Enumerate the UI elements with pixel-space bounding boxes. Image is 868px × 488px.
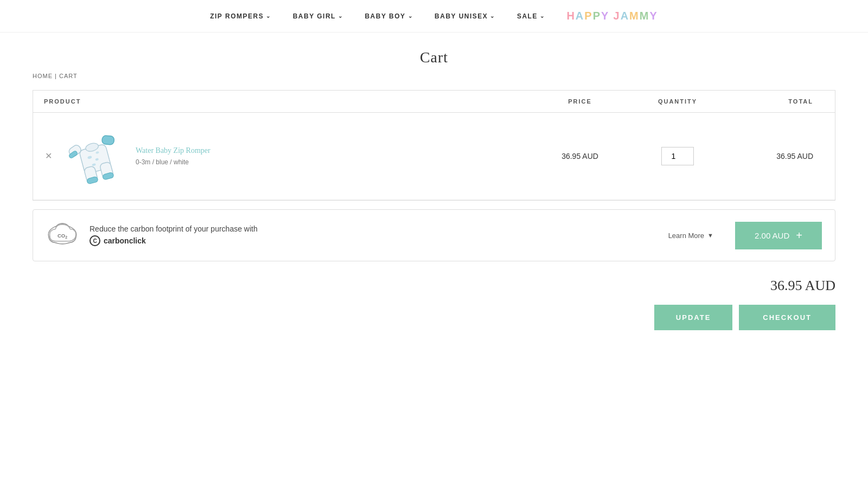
product-image xyxy=(62,124,127,189)
nav-baby-unisex[interactable]: BABY UNISEX ⌄ xyxy=(435,12,495,20)
carbonclick-brand: carbonclick xyxy=(104,236,146,245)
col-header-product: PRODUCT xyxy=(44,98,531,105)
quantity-input[interactable] xyxy=(661,147,694,165)
nav-baby-girl[interactable]: BABY GIRL ⌄ xyxy=(293,12,343,20)
chevron-down-icon: ▼ xyxy=(707,232,713,239)
breadcrumb-current: CART xyxy=(59,73,78,79)
col-header-quantity: QUANTITY xyxy=(629,98,726,105)
checkout-button[interactable]: CHECKOUT xyxy=(739,305,835,330)
product-variant: 0-3m / blue / white xyxy=(136,158,210,166)
action-buttons: UPDATE CHECKOUT xyxy=(654,305,835,330)
chevron-down-icon: ⌄ xyxy=(266,13,271,19)
co2-icon: CO2 xyxy=(46,221,79,250)
breadcrumb-home[interactable]: HOME xyxy=(33,73,53,79)
cart-table: PRODUCT PRICE QUANTITY TOTAL ✕ xyxy=(33,90,835,201)
col-header-price: PRICE xyxy=(531,98,629,105)
cc-circle-icon: C xyxy=(90,235,100,246)
chevron-down-icon: ⌄ xyxy=(338,13,343,19)
page-title: Cart xyxy=(0,49,868,66)
main-nav: ZIP ROMPERS ⌄ BABY GIRL ⌄ BABY BOY ⌄ BAB… xyxy=(0,0,868,33)
carbonclick-logo[interactable]: C carbonclick xyxy=(90,235,658,246)
carbon-main-text: Reduce the carbon footprint of your purc… xyxy=(90,224,658,233)
quantity-cell xyxy=(629,147,726,165)
breadcrumb: HOME | CART xyxy=(33,73,835,79)
carbon-add-button[interactable]: 2.00 AUD + xyxy=(735,222,822,249)
carbon-click-box: CO2 Reduce the carbon footprint of your … xyxy=(33,209,835,261)
svg-rect-2 xyxy=(102,136,114,145)
nav-baby-boy[interactable]: BABY BOY ⌄ xyxy=(365,12,413,20)
carbon-amount: 2.00 AUD xyxy=(755,231,789,240)
table-row: ✕ xyxy=(33,113,835,200)
nav-zip-rompers[interactable]: ZIP ROMPERS ⌄ xyxy=(210,12,271,20)
cart-header: PRODUCT PRICE QUANTITY TOTAL xyxy=(33,91,835,113)
learn-more-label: Learn More xyxy=(668,232,704,240)
product-info: Water Baby Zip Romper 0-3m / blue / whit… xyxy=(136,146,210,166)
brand-logo[interactable]: HAPPY JAMMY xyxy=(566,10,658,22)
col-header-total: TOTAL xyxy=(726,98,824,105)
order-total: 36.95 AUD xyxy=(770,278,835,294)
update-button[interactable]: UPDATE xyxy=(654,305,732,330)
plus-icon: + xyxy=(796,229,802,242)
remove-item-button[interactable]: ✕ xyxy=(44,151,53,162)
carbon-text-block: Reduce the carbon footprint of your purc… xyxy=(90,224,658,246)
chevron-down-icon: ⌄ xyxy=(540,13,545,19)
learn-more-button[interactable]: Learn More ▼ xyxy=(668,232,713,240)
chevron-down-icon: ⌄ xyxy=(408,13,413,19)
cart-container: PRODUCT PRICE QUANTITY TOTAL ✕ xyxy=(33,90,835,201)
chevron-down-icon: ⌄ xyxy=(490,13,495,19)
totals-section: 36.95 AUD UPDATE CHECKOUT xyxy=(33,278,835,330)
product-name[interactable]: Water Baby Zip Romper xyxy=(136,146,210,155)
product-price: 36.95 AUD xyxy=(531,152,629,160)
nav-sale[interactable]: SALE ⌄ xyxy=(517,12,545,20)
product-total: 36.95 AUD xyxy=(726,152,824,160)
